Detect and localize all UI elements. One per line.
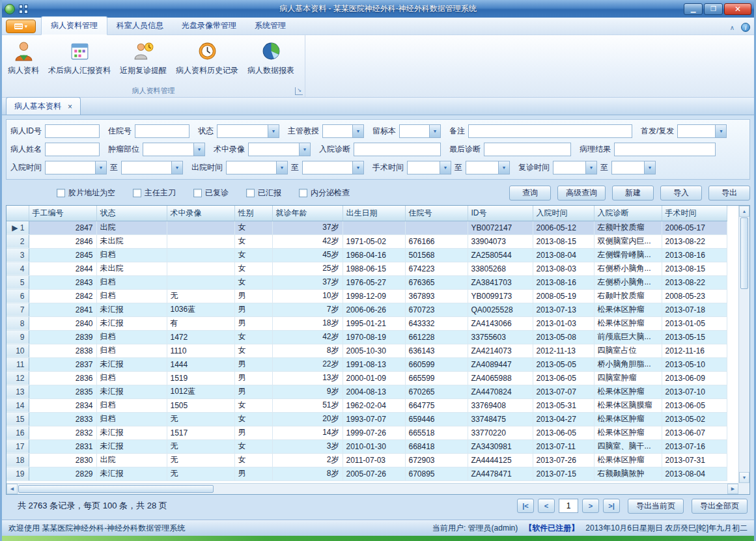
table-row[interactable]: 62842归档无男10岁1998-12-09367893YB0099173200… bbox=[7, 289, 727, 303]
postop-report-button[interactable]: 术后病人汇报资料 bbox=[44, 37, 115, 85]
pathology-result-input[interactable] bbox=[614, 143, 716, 156]
row-indicator[interactable]: 15 bbox=[7, 412, 29, 426]
scroll-down-icon[interactable]: ▼ bbox=[739, 472, 749, 483]
vertical-scroll-thumb[interactable] bbox=[740, 217, 748, 289]
checkbox-icon[interactable] bbox=[193, 189, 202, 197]
column-header[interactable]: 入院诊断 bbox=[594, 206, 662, 221]
surgery-date-from-combo[interactable]: ▼ bbox=[407, 161, 451, 174]
checkbox-icon[interactable] bbox=[299, 189, 307, 197]
application-menu-button[interactable]: ▾ bbox=[6, 20, 36, 33]
dialog-launcher-icon[interactable]: ↘ bbox=[295, 87, 303, 95]
chevron-down-icon[interactable]: ▼ bbox=[715, 125, 726, 137]
row-indicator[interactable]: 16 bbox=[7, 426, 29, 439]
next-page-button[interactable]: > bbox=[582, 499, 599, 513]
close-button[interactable]: ✕ bbox=[724, 3, 751, 15]
status-combo[interactable]: ▼ bbox=[217, 124, 279, 138]
reported-checkbox[interactable]: 已汇报 bbox=[246, 187, 281, 199]
column-header[interactable]: 手术时间 bbox=[662, 206, 727, 221]
admission-date-to-combo[interactable]: ▼ bbox=[121, 161, 183, 174]
column-header[interactable]: 就诊年龄 bbox=[272, 206, 343, 221]
row-indicator[interactable]: 19 bbox=[7, 467, 29, 480]
previous-page-button[interactable]: < bbox=[538, 499, 555, 513]
row-indicator[interactable]: 18 bbox=[7, 453, 29, 467]
first-recurrence-combo[interactable]: ▼ bbox=[677, 124, 727, 138]
ribbon-tab-disc-management[interactable]: 光盘录像带管理 bbox=[173, 17, 245, 35]
column-header[interactable]: 术中录像 bbox=[167, 206, 234, 221]
professor-combo[interactable]: ▼ bbox=[322, 124, 364, 138]
chevron-down-icon[interactable]: ▼ bbox=[352, 125, 363, 137]
history-records-button[interactable]: 病人资料历史记录 bbox=[171, 37, 243, 85]
maximize-button[interactable]: ❐ bbox=[704, 3, 723, 15]
horizontal-scrollbar[interactable]: ◀ ▶ bbox=[7, 483, 738, 494]
horizontal-scroll-thumb[interactable] bbox=[18, 485, 214, 493]
endocrine-exam-checkbox[interactable]: 内分泌检查 bbox=[299, 187, 350, 199]
table-row[interactable]: 162832未汇报1517男14岁1999-07-266655183377022… bbox=[7, 426, 727, 439]
chevron-down-icon[interactable]: ▼ bbox=[268, 125, 279, 137]
table-row[interactable]: 172831未汇报无女3岁2010-01-30668418ZA343098120… bbox=[7, 439, 727, 453]
vertical-scrollbar[interactable]: ▲ ▼ bbox=[738, 206, 749, 483]
row-indicator[interactable]: 3 bbox=[7, 248, 29, 262]
revisited-checkbox[interactable]: 已复诊 bbox=[193, 187, 229, 199]
row-indicator[interactable]: 13 bbox=[7, 385, 29, 398]
help-info-icon[interactable]: i bbox=[741, 23, 750, 32]
export-all-pages-button[interactable]: 导出全部页 bbox=[692, 499, 748, 514]
remark-input[interactable] bbox=[468, 124, 632, 138]
tumor-site-combo[interactable]: ▼ bbox=[143, 143, 205, 156]
table-row[interactable]: 182830出院无女2岁2011-07-03672903ZA4444125201… bbox=[7, 453, 727, 467]
checkbox-icon[interactable] bbox=[133, 189, 141, 197]
checkbox-icon[interactable] bbox=[246, 189, 255, 197]
row-indicator[interactable]: 17 bbox=[7, 439, 29, 453]
table-row[interactable]: 72841未汇报1036蓝男7岁2006-06-26670723QA002552… bbox=[7, 303, 727, 316]
ribbon-tab-staff-info[interactable]: 科室人员信息 bbox=[107, 17, 173, 35]
chevron-down-icon[interactable]: ▼ bbox=[171, 161, 182, 174]
row-indicator[interactable]: 5 bbox=[7, 275, 29, 289]
chevron-down-icon[interactable]: ▼ bbox=[95, 161, 106, 174]
column-header[interactable]: 住院号 bbox=[405, 206, 468, 221]
admission-diagnosis-input[interactable] bbox=[354, 143, 441, 156]
inpatient-no-input[interactable] bbox=[135, 124, 189, 138]
quick-access-grid-icon[interactable] bbox=[19, 5, 29, 14]
table-row[interactable]: 52843归档女37岁1976-05-27676365ZA38417032013… bbox=[7, 275, 727, 289]
specimen-combo[interactable]: ▼ bbox=[399, 124, 441, 138]
table-row[interactable]: 82840未汇报有男18岁1995-01-21643332ZA414306620… bbox=[7, 316, 727, 330]
column-header[interactable]: 手工编号 bbox=[29, 206, 96, 221]
export-button[interactable]: 导出 bbox=[708, 186, 750, 201]
first-page-button[interactable]: |< bbox=[517, 499, 534, 513]
row-indicator[interactable]: 7 bbox=[7, 303, 29, 316]
column-header[interactable]: 出生日期 bbox=[343, 206, 405, 221]
data-report-button[interactable]: 病人数据报表 bbox=[243, 37, 299, 85]
chevron-down-icon[interactable]: ▼ bbox=[352, 161, 363, 174]
patient-name-input[interactable] bbox=[45, 143, 100, 156]
last-page-button[interactable]: >| bbox=[603, 499, 620, 513]
final-diagnosis-input[interactable] bbox=[484, 143, 571, 156]
table-row[interactable]: 92839归档1472女42岁1970-08-19661228337556032… bbox=[7, 330, 727, 344]
title-bar[interactable]: 病人基本资料 - 某某医院神经外科-神经外科数据管理系统 ▁ ❐ ✕ bbox=[2, 0, 754, 18]
row-indicator[interactable]: 8 bbox=[7, 316, 29, 330]
patient-records-button[interactable]: 病人资料 bbox=[3, 37, 44, 85]
export-current-page-button[interactable]: 导出当前页 bbox=[628, 499, 684, 514]
surgery-date-to-combo[interactable]: ▼ bbox=[466, 161, 510, 174]
close-tab-icon[interactable]: × bbox=[68, 104, 72, 110]
chevron-down-icon[interactable]: ▼ bbox=[276, 161, 287, 174]
advanced-query-button[interactable]: 高级查询 bbox=[557, 186, 606, 201]
chevron-down-icon[interactable]: ▼ bbox=[498, 161, 509, 174]
tab-patient-basic-info[interactable]: 病人基本资料 × bbox=[6, 97, 81, 115]
row-indicator[interactable]: 11 bbox=[7, 357, 29, 371]
scroll-right-icon[interactable]: ▶ bbox=[727, 484, 738, 494]
revisit-reminder-button[interactable]: 近期复诊提醒 bbox=[115, 37, 171, 85]
discharge-date-from-combo[interactable]: ▼ bbox=[226, 161, 288, 174]
row-indicator[interactable]: 2 bbox=[7, 234, 29, 248]
query-button[interactable]: 查询 bbox=[509, 186, 551, 201]
table-row[interactable]: 132835未汇报1012蓝男9岁2004-08-13670265ZA44708… bbox=[7, 385, 727, 398]
table-row[interactable]: 22846未出院女42岁1971-05-02676166339040732013… bbox=[7, 234, 727, 248]
chief-surgeon-checkbox[interactable]: 主任主刀 bbox=[133, 187, 176, 199]
film-address-empty-checkbox[interactable]: 胶片地址为空 bbox=[57, 187, 115, 199]
discharge-date-to-combo[interactable]: ▼ bbox=[302, 161, 364, 174]
ribbon-tab-system[interactable]: 系统管理 bbox=[245, 17, 295, 35]
new-button[interactable]: 新建 bbox=[612, 186, 654, 201]
checkbox-icon[interactable] bbox=[57, 189, 65, 197]
table-row[interactable]: 102838归档1110女8岁2005-10-30636143ZA4214073… bbox=[7, 344, 727, 357]
surgery-video-combo[interactable]: ▼ bbox=[248, 143, 311, 156]
table-row[interactable]: 152833归档无女20岁1993-07-0765944633748475201… bbox=[7, 412, 727, 426]
chevron-down-icon[interactable]: ▼ bbox=[299, 143, 310, 156]
